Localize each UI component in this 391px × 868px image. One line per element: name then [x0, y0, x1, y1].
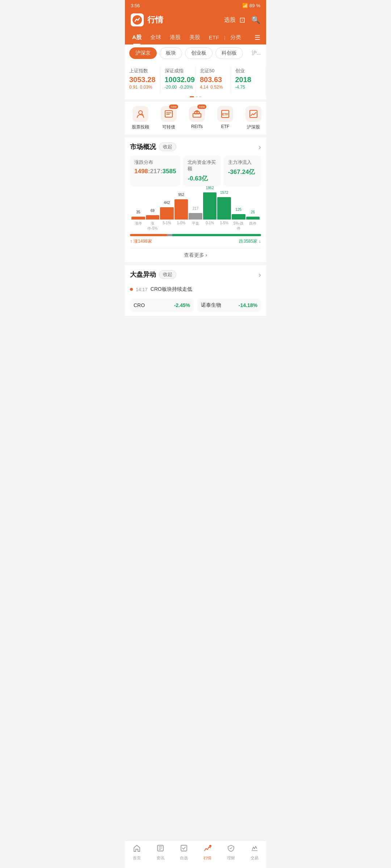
bar-fall5: 125 [232, 208, 245, 220]
reits-icon: new [189, 106, 205, 122]
header-action-icons: ⊡ 🔍 [239, 16, 260, 24]
index-card-shenzhen[interactable]: 深证成指 10032.09 -20.00 -0.20% [160, 66, 196, 94]
dot-1 [190, 96, 194, 97]
bar-rise51: 442 [160, 201, 174, 220]
sub-tab-chinext[interactable]: 创业板 [185, 47, 213, 59]
sub-tab-shanghai[interactable]: 沪深京 [129, 47, 157, 59]
progress-down [172, 234, 261, 236]
risefall-title: 涨跌分布 [134, 159, 176, 166]
bar-fall01: 1862 [203, 186, 217, 220]
tab-hk-stock[interactable]: 港股 [165, 31, 185, 44]
rise-fall-progress [130, 234, 261, 236]
reits-label: REITs [191, 124, 203, 129]
quick-item-hushen[interactable]: 沪深股 [241, 106, 266, 130]
bar-bottom-labels: 涨停 涨停-5% 5-1% 1-0% 平盘 0-1% 1-5% 5%-跌停 跌停 [130, 221, 261, 231]
index-change2-shenzhen: -0.20% [179, 85, 193, 90]
index-changes-shenzhen: -20.00 -0.20% [165, 85, 191, 90]
index-change1-shenzhen: -20.00 [165, 85, 177, 90]
preview-card-nuotai[interactable]: 诺泰生物 -14.18% [197, 298, 261, 312]
quick-item-bond[interactable]: new 可转债 [156, 106, 181, 130]
bar-tangtai-bar [131, 217, 145, 220]
hushen-icon [245, 106, 261, 122]
index-change1-shanghai: 0.91 [129, 85, 138, 90]
status-bar: 3:56 📶 89% [125, 0, 266, 10]
app-logo [131, 13, 144, 26]
risefall-flat: 217 [150, 168, 160, 175]
label-fall01: 0-1% [203, 221, 217, 231]
news-item-1[interactable]: 14:17 CRO板块持续走低 [130, 283, 261, 295]
index-card-bei50[interactable]: 北证50 803.63 4.14 0.52% [196, 66, 231, 94]
preview-cards: CRO -2.45% 诺泰生物 -14.18% [130, 298, 261, 312]
northflow-value: -0.63亿 [188, 174, 216, 183]
bar-fall15-bar [217, 197, 231, 220]
preview-value-cro: -2.45% [174, 302, 190, 308]
search-icon[interactable]: 🔍 [251, 16, 260, 24]
index-changes-shanghai: 0.91 0.03% [129, 85, 156, 90]
label-rise5: 涨停-5% [146, 221, 160, 231]
dot-3 [199, 96, 201, 97]
index-name-chuangye: 创业 [235, 68, 262, 74]
tab-global[interactable]: 全球 [146, 31, 165, 44]
index-value-chuangye: 2018 [235, 76, 262, 84]
big-move-collapse[interactable]: 收起 [159, 270, 176, 279]
market-overview-collapse[interactable]: 收起 [159, 142, 176, 151]
label-dietin: 跌停 [246, 221, 260, 231]
index-name-bei50: 北证50 [200, 68, 226, 74]
view-more-button[interactable]: 查看更多 › [130, 248, 261, 262]
svg-rect-8 [250, 110, 257, 118]
news-dot-1 [130, 288, 133, 291]
bar-rise10-bar [175, 199, 188, 220]
big-move-section: 大盘异动 收起 › 14:17 CRO板块持续走低 CRO -2.45% 诺泰生… [125, 265, 266, 316]
advisor-label: 股票投顾 [132, 124, 149, 130]
market-overview-more[interactable]: › [258, 143, 261, 151]
mainflow-value: -367.24亿 [228, 168, 257, 176]
risefall-card[interactable]: 涨跌分布 1498:217:3585 [130, 156, 180, 186]
index-value-shanghai: 3053.28 [129, 76, 156, 84]
bond-badge: new [169, 105, 178, 109]
big-move-more[interactable]: › [258, 271, 261, 279]
quick-item-advisor[interactable]: 股票投顾 [128, 106, 153, 130]
main-tab-bar: A股 全球 港股 美股 ETF | 分类 ☰ [125, 31, 266, 44]
header: 行情 选股 ⊡ 🔍 [125, 10, 266, 31]
bar-flat: 217 [189, 207, 202, 220]
mainflow-title: 主力净流入 [228, 159, 257, 166]
preview-name-cro: CRO [134, 302, 145, 308]
preview-name-nuotai: 诺泰生物 [201, 302, 221, 309]
tab-category[interactable]: 分类 [226, 31, 245, 44]
preview-card-cro[interactable]: CRO -2.45% [130, 298, 194, 312]
tab-menu-icon[interactable]: ☰ [252, 31, 263, 44]
sub-tab-sector[interactable]: 板块 [160, 47, 182, 59]
etf-icon: ETF [217, 106, 233, 122]
svg-point-1 [139, 111, 142, 114]
risefall-values: 1498:217:3585 [134, 168, 176, 175]
bar-flat-bar [189, 213, 202, 220]
reits-badge: new [197, 105, 206, 109]
market-overview-header: 市场概况 收起 › [130, 142, 261, 151]
bar-dietin: 26 [246, 210, 260, 220]
tab-a-stock[interactable]: A股 [128, 31, 146, 44]
sub-tab-more[interactable]: 沪... [246, 48, 266, 59]
index-changes-chuangye: -4.75 [235, 85, 262, 90]
index-change1-chuangye: -4.75 [235, 85, 245, 90]
sub-tab-bar: 沪深京 板块 创业板 科创板 沪... [125, 44, 266, 62]
index-change2-bei50: 0.52% [210, 85, 223, 90]
label-tangtai: 涨停 [131, 221, 145, 231]
status-time: 3:56 [131, 3, 140, 8]
risefall-down: 3585 [163, 168, 176, 175]
hushen-label: 沪深股 [247, 124, 260, 130]
index-card-chuangye[interactable]: 创业 2018 -4.75 [231, 66, 266, 94]
tab-etf[interactable]: ETF [205, 31, 223, 44]
header-subtitle: 选股 [224, 16, 236, 24]
share-icon[interactable]: ⊡ [239, 16, 245, 24]
mainflow-card[interactable]: 主力净流入 -367.24亿 [224, 156, 261, 186]
distribution-bar-chart: 35 69 442 952 217 [130, 191, 261, 220]
northflow-card[interactable]: 北向资金净买额 -0.63亿 [183, 156, 220, 186]
index-card-shanghai[interactable]: 上证指数 3053.28 0.91 0.03% [125, 66, 160, 94]
label-fall15: 1-5% [217, 221, 231, 231]
tab-us-stock[interactable]: 美股 [185, 31, 205, 44]
quick-item-reits[interactable]: new REITs [184, 106, 210, 130]
svg-text:ETF: ETF [222, 112, 229, 116]
preview-value-nuotai: -14.18% [239, 302, 257, 308]
quick-item-etf[interactable]: ETF ETF [213, 106, 238, 130]
sub-tab-star[interactable]: 科创板 [215, 47, 243, 59]
